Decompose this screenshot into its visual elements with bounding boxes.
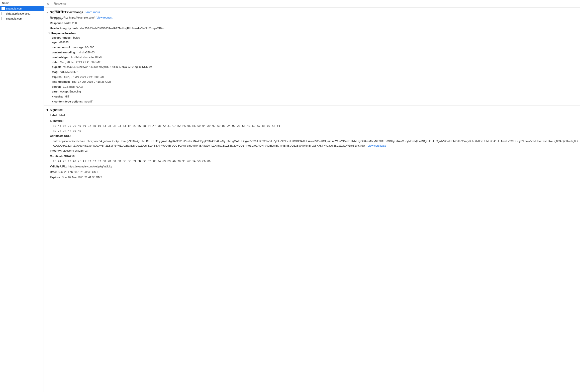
file-item[interactable]: data:application/ce... [0,11,44,16]
content-area: ▼ Signed HTTP exchange Learn more Reques… [44,8,580,392]
header-value: Sun, 07 Mar 2021 21:41:38 GMT [64,75,105,78]
right-panel: × HeadersPreviewResponseInitiatorTiming … [44,0,580,392]
header-row: cache-control: max-age=604800 [44,45,580,50]
file-name: example.com [6,17,22,20]
response-headers-title: Response headers: [51,32,77,35]
validity-url-label: Validity URL: [50,164,67,169]
file-icon [2,7,5,10]
learn-more-link[interactable]: Learn more [85,11,100,14]
header-value: max-age=604800 [73,46,94,49]
sig-label-key: Label: [50,113,58,118]
header-row: x-cache: HIT [44,94,580,99]
header-integrity-label: Header integrity hash: [50,26,79,31]
header-row: vary: Accept-Encoding [44,89,580,94]
header-row: server: ECS (dcb/7EA2) [44,84,580,89]
header-row: x-content-type-options: nosniff [44,99,580,104]
signature-field-row: Signature: [44,118,580,124]
header-value: "3147526947" [60,70,77,73]
signature-title: Signature [50,108,63,112]
sig-label-value: label [59,113,65,118]
validity-url-value: https://example.com/webpkg/validity [68,164,112,169]
response-code-value: 200 [72,21,77,26]
header-label: content-encoding: [52,51,76,54]
expires-value: Sun, 07 Mar 2021 21:41:38 GMT [62,175,102,180]
header-row: accept-ranges: bytes [44,35,580,40]
response-code-row: Response code: 200 [44,21,580,26]
header-label: digest: [52,65,61,68]
header-label: content-type: [52,56,69,59]
request-url-value: https://example.com/ [69,16,95,20]
header-value: mi-sha256-03 [78,51,94,54]
header-label: date: [52,61,58,64]
header-label: x-cache: [52,95,63,98]
header-row: content-type: text/html; charset=UTF-8 [44,55,580,60]
response-headers-section: ▼ Response headers: [44,31,580,35]
header-value: Sun, 28 Feb 2021 21:41:38 GMT [60,61,101,64]
signature-section-header: ▼ Signature [44,107,580,113]
file-name: example.com [6,7,22,10]
cert-url-row: Certificate URL: [44,133,580,139]
collapse-triangle[interactable]: ▼ [46,11,48,14]
signature-line: 30 44 02 20 26 A9 89 92 ED 10 33 98 CE C… [44,124,580,129]
header-value: text/html; charset=UTF-8 [71,56,102,59]
header-label: x-content-type-options: [52,100,83,103]
expires-row: Expires: Sun, 07 Mar 2021 21:41:38 GMT [44,175,580,180]
validity-url-row: Validity URL: https://example.com/webpkg… [44,164,580,169]
header-row: last-modified: Thu, 17 Oct 2019 07:18:26… [44,79,580,84]
signature-label-row: Label: label [44,113,580,118]
header-value: Accept-Encoding [60,90,81,93]
date-row: Date: Sun, 28 Feb 2021 21:41:38 GMT [44,169,580,175]
cert-url-block: data:application/cert-chain+cbor;base64,… [44,139,580,148]
tab-response[interactable]: Response [51,0,69,8]
header-row: digest: mi-sha256-03=kcwVP6aOwYmA/j9JbUU… [44,65,580,70]
file-item[interactable]: example.com [0,16,44,21]
cert-url-value: data:application/cert-chain+cbor;base64,… [53,140,578,147]
header-label: cache-control: [52,46,71,49]
response-headers-triangle[interactable]: ▼ [48,32,50,35]
header-label: expires: [52,75,62,78]
header-integrity-value: sha256-/IWdYDKW663F+eRGZMdhwjEhIJW+Hw6hK… [80,26,164,31]
name-column-header: Name [2,2,9,5]
file-list: example.com data:application/ce... examp… [0,6,44,21]
cert-sha256-row: Certificate SHA256: [44,154,580,159]
header-value: HIT [65,95,69,98]
cert-sha256-value: FB 44 26 13 48 2F A1 E7 67 F7 68 2D C0 8… [44,159,580,164]
signature-triangle[interactable]: ▼ [46,108,49,112]
header-value: ECS (dcb/7EA2) [63,85,83,88]
cert-sha256-label: Certificate SHA256: [50,154,75,159]
date-value: Sun, 28 Feb 2021 21:41:38 GMT [58,170,98,174]
cert-url-label: Certificate URL: [50,134,71,138]
file-icon [2,17,5,20]
header-integrity-row: Header integrity hash: sha256-/IWdYDKW66… [44,26,580,31]
header-row: content-encoding: mi-sha256-03 [44,50,580,55]
tabs-bar: × HeadersPreviewResponseInitiatorTiming [44,0,580,8]
section-divider [44,106,580,106]
header-value: mi-sha256-03=kcwVP6aOwYmA/j9JbUU0GbuiZdn… [63,65,152,68]
tab-close-button[interactable]: × [45,1,51,7]
left-panel: Name example.com data:application/ce... … [0,0,44,392]
header-value: nosniff [84,100,92,103]
integrity-label: Integrity: [50,149,62,153]
header-row: age: 428635 [44,40,580,45]
expires-label: Expires: [50,175,61,180]
section-title: Signed HTTP exchange [50,11,83,14]
signature-line: B9 73 2E 42 C0 A0 [44,129,580,134]
file-item[interactable]: example.com [0,6,44,11]
header-label: accept-ranges: [52,36,71,39]
header-row: expires: Sun, 07 Mar 2021 21:41:38 GMT [44,75,580,80]
request-url-row: Request URL: https://example.com/ View r… [44,15,580,21]
header-label: age: [52,41,58,44]
header-value: Thu, 17 Oct 2019 07:18:26 GMT [72,80,111,83]
header-row: date: Sun, 28 Feb 2021 21:41:38 GMT [44,60,580,65]
header-row: etag: "3147526947" [44,70,580,75]
integrity-row: Integrity: digest/mi-sha256-03 [44,148,580,154]
response-code-label: Response code: [50,21,71,26]
left-panel-header: Name [0,0,44,6]
view-request-link[interactable]: View request [96,16,112,20]
integrity-value: digest/mi-sha256-03 [63,149,88,153]
view-certificate-link[interactable]: View certificate [367,144,386,147]
header-label: etag: [52,70,58,73]
signed-http-exchange-header: ▼ Signed HTTP exchange Learn more [44,10,580,15]
headers-list: accept-ranges: bytesage: 428635cache-con… [44,35,580,104]
file-icon [2,12,5,15]
